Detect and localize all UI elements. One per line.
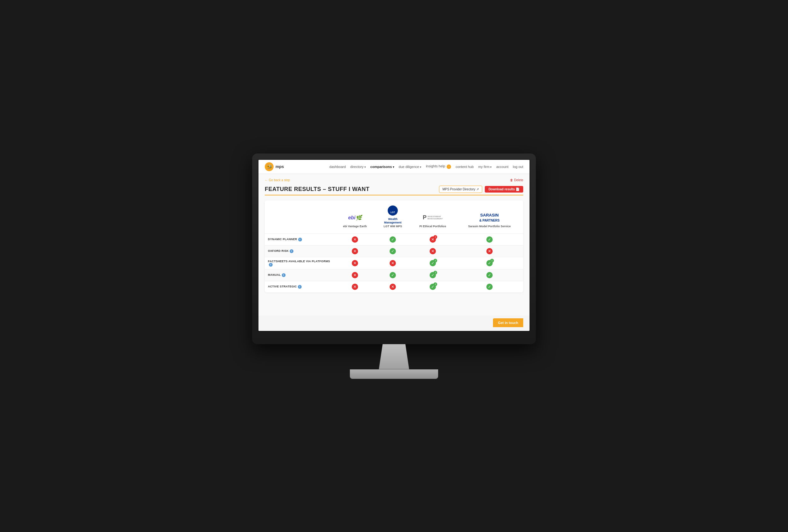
check-icon: ✓ xyxy=(486,284,493,290)
result-cell-0-3: ✓ xyxy=(456,234,523,245)
info-icon[interactable]: i xyxy=(269,263,273,267)
pi-logo-cell: P INVESTMENT MANAGEMENT PI Ethical Portf… xyxy=(413,210,453,230)
result-cell-3-1: ✓ xyxy=(376,269,410,281)
result-cell-3-2: ✓1 xyxy=(410,269,456,281)
result-cell-2-3: ✓1 xyxy=(456,257,523,269)
result-cell-4-0: ✕ xyxy=(334,281,376,293)
cross-icon: ✕ xyxy=(352,260,358,266)
nav-logout[interactable]: log out xyxy=(513,165,523,169)
sarasin-name: Sarasin Model Portfolio Service xyxy=(468,225,511,229)
cross-icon: ✕ xyxy=(390,260,396,266)
monitor-screen: 🐝 mps dashboard directory comparisons du… xyxy=(258,159,530,332)
sarasin-logo-cell: SARASIN& PARTNERS Sarasin Model Portfoli… xyxy=(459,210,520,230)
header-actions: MPS Provider Directory ↗ Download result… xyxy=(439,185,523,193)
delete-button[interactable]: 🗑 Delete xyxy=(510,178,523,182)
provider-header-ebi: ebi🌿 ebi Vantage Earth xyxy=(334,200,376,234)
check-icon: ✓ xyxy=(390,236,396,243)
feature-label: ACTIVE STRATEGICi xyxy=(265,281,334,293)
nav-links: dashboard directory comparisons due dili… xyxy=(329,164,523,169)
badge-number: 1 xyxy=(433,259,437,262)
sarasin-logo: SARASIN& PARTNERS xyxy=(479,212,499,223)
table-row: OXFORD RISKi✕✓✕✕ xyxy=(265,245,523,257)
result-cell-1-3: ✕ xyxy=(456,245,523,257)
result-cell-1-0: ✕ xyxy=(334,245,376,257)
lgt-logo: LGT xyxy=(388,205,398,216)
result-cell-2-2: ✓1 xyxy=(410,257,456,269)
nav-dashboard[interactable]: dashboard xyxy=(329,165,346,169)
result-cell-4-1: ✕ xyxy=(376,281,410,293)
info-icon[interactable]: i xyxy=(282,273,285,277)
feature-label: FACTSHEETS AVAILABLE VIA PLATFORMSi xyxy=(265,257,334,269)
cross-icon: ✕ xyxy=(352,284,358,290)
info-icon[interactable]: i xyxy=(298,285,302,289)
cross-icon: ✕ xyxy=(390,284,396,290)
top-navigation: 🐝 mps dashboard directory comparisons du… xyxy=(258,160,530,174)
info-icon[interactable]: i xyxy=(298,238,302,241)
monitor-bezel: 🐝 mps dashboard directory comparisons du… xyxy=(252,154,536,344)
result-cell-0-0: ✕ xyxy=(334,234,376,245)
logo-text: mps xyxy=(275,164,284,169)
monitor-stand-base xyxy=(350,369,438,379)
logo-icon: 🐝 xyxy=(265,162,274,171)
check-icon: ✓ xyxy=(390,248,396,254)
cross-icon: ✕ xyxy=(352,248,358,254)
nav-content-hub[interactable]: content hub xyxy=(455,165,474,169)
get-in-touch-button[interactable]: Get in touch xyxy=(493,318,523,327)
download-results-button[interactable]: Download results 📄 xyxy=(485,186,523,193)
pi-logo: P INVESTMENT MANAGEMENT xyxy=(423,212,443,223)
page-header: FEATURE RESULTS – STUFF I WANT MPS Provi… xyxy=(265,185,523,195)
nav-directory[interactable]: directory xyxy=(350,165,366,169)
logo: 🐝 mps xyxy=(265,162,284,171)
table-row: FACTSHEETS AVAILABLE VIA PLATFORMSi✕✕✓1✓… xyxy=(265,257,523,269)
provider-header-lgt: LGT Wealth Management LGT WM MPS xyxy=(376,200,410,234)
check-icon: ✓ xyxy=(486,236,493,243)
result-cell-1-2: ✕ xyxy=(410,245,456,257)
nav-due-diligence[interactable]: due diligence xyxy=(399,165,421,169)
provider-header-sarasin: SARASIN& PARTNERS Sarasin Model Portfoli… xyxy=(456,200,523,234)
nav-comparisons[interactable]: comparisons xyxy=(370,165,394,169)
nav-account[interactable]: account xyxy=(496,165,508,169)
ebi-logo: ebi🌿 xyxy=(348,212,361,223)
badge-number: 1 xyxy=(490,259,494,262)
result-cell-2-0: ✕ xyxy=(334,257,376,269)
result-cell-1-1: ✓ xyxy=(376,245,410,257)
check-icon: ✓ xyxy=(390,272,396,278)
ebi-logo-cell: ebi🌿 ebi Vantage Earth xyxy=(337,210,373,230)
result-cell-0-1: ✓ xyxy=(376,234,410,245)
feature-column-header xyxy=(265,200,334,234)
check-icon: ✓ xyxy=(486,272,493,278)
result-cell-4-3: ✓ xyxy=(456,281,523,293)
nav-my-firm[interactable]: my firm xyxy=(478,165,492,169)
breadcrumb-row: ← Go back a step 🗑 Delete xyxy=(265,178,523,182)
badge-number: 1 xyxy=(433,271,437,275)
result-cell-3-3: ✓ xyxy=(456,269,523,281)
monitor: 🐝 mps dashboard directory comparisons du… xyxy=(252,154,536,379)
cross-icon: ✕ xyxy=(352,236,358,243)
provider-header-pi: P INVESTMENT MANAGEMENT PI Ethical Portf… xyxy=(410,200,456,234)
cross-icon: ✕ xyxy=(352,272,358,278)
feature-label: OXFORD RISKi xyxy=(265,245,334,257)
main-content: ← Go back a step 🗑 Delete FEATURE RESULT… xyxy=(258,174,530,316)
feature-label: MANUALi xyxy=(265,269,334,281)
badge-number: 1 xyxy=(433,235,437,239)
nav-insights-help[interactable]: insights help ! xyxy=(426,164,451,169)
result-cell-3-0: ✕ xyxy=(334,269,376,281)
svg-text:LGT: LGT xyxy=(391,211,395,213)
table-row: MANUALi✕✓✓1✓ xyxy=(265,269,523,281)
cross-icon: ✕ xyxy=(430,248,436,254)
result-cell-2-1: ✕ xyxy=(376,257,410,269)
result-cell-4-2: ✓1 xyxy=(410,281,456,293)
cross-icon: ✕ xyxy=(486,248,493,254)
feature-label: DYNAMIC PLANNERi xyxy=(265,234,334,245)
table-row: ACTIVE STRATEGICi✕✕✓1✓ xyxy=(265,281,523,293)
ebi-name: ebi Vantage Earth xyxy=(343,225,367,229)
back-button[interactable]: ← Go back a step xyxy=(265,178,290,182)
badge-number: 1 xyxy=(433,282,437,286)
info-icon[interactable]: i xyxy=(290,249,293,253)
provider-directory-button[interactable]: MPS Provider Directory ↗ xyxy=(439,185,482,193)
lgt-logo-cell: LGT Wealth Management LGT WM MPS xyxy=(379,203,407,230)
comparison-table: ebi🌿 ebi Vantage Earth xyxy=(265,200,523,293)
get-in-touch-container: Get in touch xyxy=(258,316,530,331)
monitor-stand-neck xyxy=(375,344,413,369)
table-row: DYNAMIC PLANNERi✕✓✕1✓ xyxy=(265,234,523,245)
